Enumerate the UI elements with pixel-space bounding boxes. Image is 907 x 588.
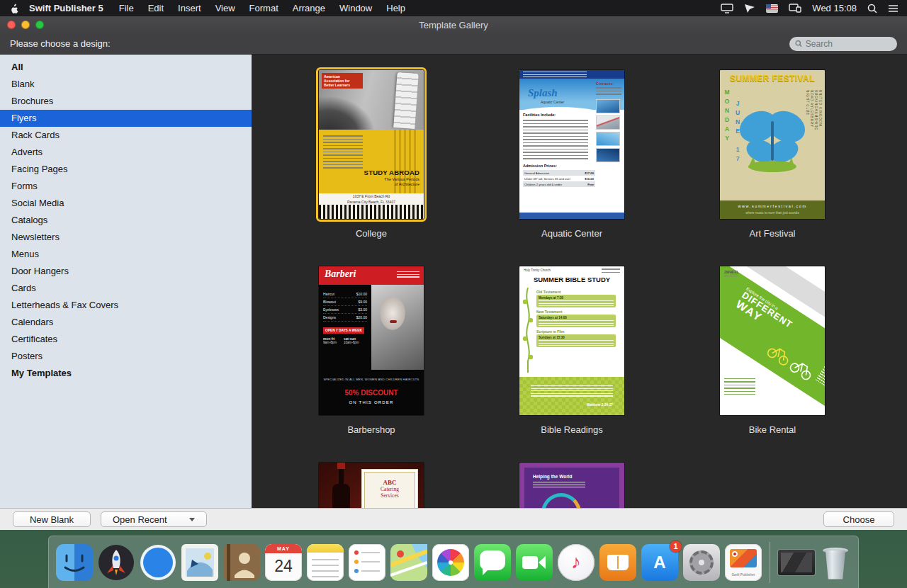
sidebar-item-blank[interactable]: Blank	[0, 76, 252, 93]
catering-thumbnail[interactable]: ABC Catering Services	[319, 463, 424, 508]
dock-reminders-icon[interactable]	[349, 544, 385, 581]
menu-window[interactable]: Window	[332, 3, 379, 13]
airplay-icon[interactable]	[744, 4, 755, 13]
aquatic-thumbnail[interactable]: Splash Aquatic Center Contacts: Faciliti…	[519, 70, 624, 219]
decor	[596, 87, 621, 96]
spotlight-icon[interactable]	[867, 4, 877, 13]
service-price: $20.00	[356, 314, 367, 321]
dock-itunes-icon[interactable]: ♪	[558, 544, 595, 581]
dock-messages-icon[interactable]	[474, 544, 511, 581]
sidebar-item-facing-pages[interactable]: Facing Pages	[0, 161, 252, 178]
decor	[539, 300, 614, 306]
dock-app-store-icon[interactable]: A 1	[641, 544, 678, 581]
sidebar-item-menus[interactable]: Menus	[0, 246, 252, 263]
sidebar-item-cards[interactable]: Cards	[0, 280, 252, 297]
sidebar-item-calendars[interactable]: Calendars	[0, 314, 252, 331]
template-bible-readings[interactable]: Holy Trinity Church SUMMER BIBLE STUDY O…	[519, 266, 624, 435]
search-field[interactable]	[789, 37, 897, 51]
new-blank-button[interactable]: New Blank	[13, 511, 91, 527]
dock-safari-icon[interactable]	[140, 544, 176, 581]
dock-contacts-icon[interactable]	[223, 544, 260, 581]
template-barbershop[interactable]: Barberi Haircut$10.00 Blowout$9.00 Eyebr…	[319, 266, 424, 435]
sidebar-item-catalogs[interactable]: Catalogs	[0, 212, 252, 229]
sidebar-item-flyers[interactable]: Flyers	[0, 110, 252, 127]
sidebar-item-newsletters[interactable]: Newsletters	[0, 229, 252, 246]
dock-books-icon[interactable]	[599, 544, 636, 581]
search-input[interactable]	[806, 39, 891, 49]
barbershop-thumbnail[interactable]: Barberi Haircut$10.00 Blowout$9.00 Eyebr…	[319, 266, 424, 415]
menu-arrange[interactable]: Arrange	[286, 3, 332, 13]
college-thumbnail[interactable]: American Association for Better Learners…	[319, 70, 424, 219]
sidebar-item-all[interactable]: All	[0, 59, 252, 76]
menu-help[interactable]: Help	[379, 3, 412, 13]
dock-launchpad-icon[interactable]	[98, 544, 135, 581]
college-address: 1037 E Front Beach Rd Panama City Beach,…	[319, 193, 424, 205]
charity-thumbnail[interactable]: Helping the World	[519, 463, 624, 508]
minimize-button[interactable]	[21, 21, 30, 29]
menu-format[interactable]: Format	[242, 3, 286, 13]
sidebar-item-forms[interactable]: Forms	[0, 178, 252, 195]
template-charity[interactable]: Helping the World	[519, 463, 624, 508]
dock-notes-icon[interactable]	[307, 544, 344, 581]
apple-menu[interactable]	[0, 3, 26, 13]
bike-thumbnail[interactable]: Explore the city in a DIFFERENT WAY	[720, 266, 825, 415]
art-tagline: where music is more than just sounds	[720, 211, 825, 215]
decor	[541, 493, 581, 508]
display-icon[interactable]	[721, 4, 733, 13]
menu-file[interactable]: File	[112, 3, 141, 13]
dock-finder-icon[interactable]	[56, 544, 93, 581]
sidebar-item-brochures[interactable]: Brochures	[0, 93, 252, 110]
template-bike-rental[interactable]: Explore the city in a DIFFERENT WAY	[720, 266, 825, 435]
dock-swift-publisher-icon[interactable]: Swift Publisher	[725, 544, 762, 581]
menu-bar-clock[interactable]: Wed 15:08	[812, 3, 857, 13]
sidecar-icon[interactable]	[789, 4, 801, 13]
new-blank-label: New Blank	[30, 514, 74, 525]
footer-bar: New Blank Open Recent Choose	[0, 508, 907, 530]
template-label: Bible Readings	[541, 424, 602, 435]
decor	[519, 213, 624, 219]
bible-thumbnail[interactable]: Holy Trinity Church SUMMER BIBLE STUDY O…	[519, 266, 624, 415]
butterfly-graphic	[736, 104, 809, 179]
art-festival-thumbnail[interactable]: SUMMER FESTIVAL MONDAY JUNE 17 NIGHT CLU…	[720, 70, 825, 219]
sidebar-item-posters[interactable]: Posters	[0, 348, 252, 365]
template-row: Barberi Haircut$10.00 Blowout$9.00 Eyebr…	[319, 266, 907, 435]
decor	[361, 570, 380, 572]
menu-view[interactable]: View	[208, 3, 242, 13]
template-art-festival[interactable]: SUMMER FESTIVAL MONDAY JUNE 17 NIGHT CLU…	[720, 70, 825, 239]
menu-insert[interactable]: Insert	[171, 3, 208, 13]
open-recent-dropdown[interactable]: Open Recent	[101, 511, 207, 527]
decor	[323, 135, 363, 171]
sidebar-item-adverts[interactable]: Adverts	[0, 144, 252, 161]
sidebar-item-social-media[interactable]: Social Media	[0, 195, 252, 212]
aquatic-logo: Splash	[528, 87, 558, 99]
close-button[interactable]	[7, 21, 16, 29]
sidebar-item-door-hangers[interactable]: Door Hangers	[0, 263, 252, 280]
template-aquatic-center[interactable]: Splash Aquatic Center Contacts: Faciliti…	[519, 70, 624, 239]
dock-photos-icon[interactable]	[432, 544, 469, 581]
sidebar-item-my-templates[interactable]: My Templates	[0, 365, 252, 382]
dock: MAY 24	[48, 536, 859, 588]
template-catering[interactable]: ABC Catering Services	[319, 463, 424, 508]
dock-calendar-icon[interactable]: MAY 24	[265, 544, 302, 581]
template-college[interactable]: American Association for Better Learners…	[319, 70, 424, 239]
zoom-button[interactable]	[35, 21, 44, 29]
notification-center-icon[interactable]	[888, 4, 898, 13]
art-venue-3: BUCKINGHAMSHIRE	[814, 90, 818, 130]
app-menu-title[interactable]: Swift Publisher 5	[26, 3, 112, 13]
dock-mail-icon[interactable]	[181, 544, 218, 581]
choose-button[interactable]: Choose	[823, 511, 894, 527]
dock-maps-icon[interactable]	[390, 544, 427, 581]
sidebar-item-letterheads[interactable]: Letterheads & Fax Covers	[0, 297, 252, 314]
title-bar[interactable]: Template Gallery	[0, 16, 907, 33]
dock-facetime-icon[interactable]	[516, 544, 553, 581]
sidebar-item-rack-cards[interactable]: Rack Cards	[0, 127, 252, 144]
menu-edit[interactable]: Edit	[141, 3, 171, 13]
sidebar-item-certificates[interactable]: Certificates	[0, 331, 252, 348]
template-gallery-window: Template Gallery Please choose a design:…	[0, 16, 907, 530]
dock-minimized-window[interactable]	[778, 550, 815, 575]
dock-trash-icon[interactable]	[820, 544, 851, 581]
finder-face	[56, 544, 93, 581]
dock-system-preferences-icon[interactable]	[683, 544, 720, 581]
keyboard-layout-icon[interactable]	[766, 4, 778, 13]
price-label: General Admission	[524, 171, 549, 175]
